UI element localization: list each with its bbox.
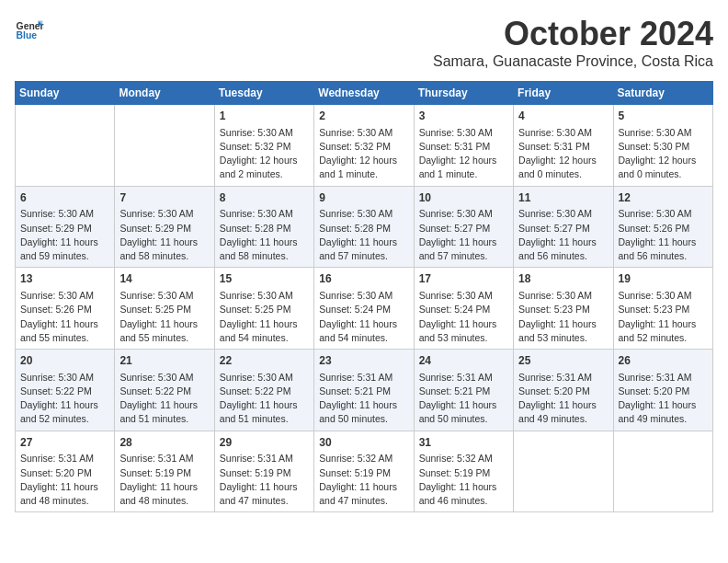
calendar-cell: 17Sunrise: 5:30 AM Sunset: 5:24 PM Dayli… [414,268,513,350]
day-number: 20 [20,353,109,369]
calendar-cell: 5Sunrise: 5:30 AM Sunset: 5:30 PM Daylig… [613,105,712,187]
calendar-header-row: Sunday Monday Tuesday Wednesday Thursday… [16,82,713,105]
day-info: Sunrise: 5:31 AM Sunset: 5:20 PM Dayligh… [20,452,109,508]
calendar-cell: 22Sunrise: 5:30 AM Sunset: 5:22 PM Dayli… [214,350,313,431]
day-number: 29 [220,435,309,451]
calendar-cell: 4Sunrise: 5:30 AM Sunset: 5:31 PM Daylig… [514,105,613,187]
day-info: Sunrise: 5:31 AM Sunset: 5:20 PM Dayligh… [619,371,708,427]
calendar-table: Sunday Monday Tuesday Wednesday Thursday… [15,81,713,512]
day-number: 10 [419,190,508,206]
calendar-cell: 2Sunrise: 5:30 AM Sunset: 5:32 PM Daylig… [314,105,414,187]
calendar-cell: 18Sunrise: 5:30 AM Sunset: 5:23 PM Dayli… [514,268,613,350]
day-number: 11 [518,190,608,206]
day-number: 15 [220,271,309,287]
day-info: Sunrise: 5:30 AM Sunset: 5:28 PM Dayligh… [319,207,408,263]
calendar-cell: 9Sunrise: 5:30 AM Sunset: 5:28 PM Daylig… [314,186,414,268]
day-number: 21 [119,353,209,369]
day-number: 9 [319,190,408,206]
day-info: Sunrise: 5:31 AM Sunset: 5:19 PM Dayligh… [119,452,209,508]
day-number: 25 [518,353,608,369]
header-friday: Friday [514,82,613,105]
month-title: October 2024 [433,15,713,53]
header-wednesday: Wednesday [314,82,414,105]
day-number: 19 [619,271,708,287]
day-info: Sunrise: 5:30 AM Sunset: 5:31 PM Dayligh… [419,126,508,182]
logo: General Blue [15,15,44,44]
calendar-cell: 26Sunrise: 5:31 AM Sunset: 5:20 PM Dayli… [613,350,712,431]
day-info: Sunrise: 5:30 AM Sunset: 5:26 PM Dayligh… [619,207,708,263]
calendar-cell: 29Sunrise: 5:31 AM Sunset: 5:19 PM Dayli… [214,431,313,512]
calendar-cell: 14Sunrise: 5:30 AM Sunset: 5:25 PM Dayli… [115,268,214,350]
calendar-cell [16,105,115,187]
calendar-cell [115,105,214,187]
day-info: Sunrise: 5:30 AM Sunset: 5:29 PM Dayligh… [20,207,109,263]
day-info: Sunrise: 5:30 AM Sunset: 5:27 PM Dayligh… [518,207,608,263]
calendar-cell: 10Sunrise: 5:30 AM Sunset: 5:27 PM Dayli… [414,186,513,268]
day-info: Sunrise: 5:30 AM Sunset: 5:31 PM Dayligh… [518,126,608,182]
calendar-week-row: 6Sunrise: 5:30 AM Sunset: 5:29 PM Daylig… [16,186,713,268]
day-info: Sunrise: 5:30 AM Sunset: 5:24 PM Dayligh… [419,289,508,345]
calendar-cell [514,431,613,512]
calendar-cell: 1Sunrise: 5:30 AM Sunset: 5:32 PM Daylig… [214,105,313,187]
header-thursday: Thursday [414,82,513,105]
day-number: 12 [619,190,708,206]
header-monday: Monday [115,82,214,105]
calendar-cell: 15Sunrise: 5:30 AM Sunset: 5:25 PM Dayli… [214,268,313,350]
day-number: 26 [619,353,708,369]
day-info: Sunrise: 5:31 AM Sunset: 5:20 PM Dayligh… [518,371,608,427]
page-header: General Blue October 2024 Samara, Guanac… [15,15,713,70]
day-info: Sunrise: 5:30 AM Sunset: 5:28 PM Dayligh… [220,207,309,263]
day-number: 30 [319,435,408,451]
day-info: Sunrise: 5:30 AM Sunset: 5:23 PM Dayligh… [518,289,608,345]
day-number: 28 [119,435,209,451]
calendar-week-row: 27Sunrise: 5:31 AM Sunset: 5:20 PM Dayli… [16,431,713,512]
day-number: 3 [419,109,508,124]
calendar-cell: 6Sunrise: 5:30 AM Sunset: 5:29 PM Daylig… [16,186,115,268]
day-info: Sunrise: 5:30 AM Sunset: 5:25 PM Dayligh… [119,289,209,345]
title-block: October 2024 Samara, Guanacaste Province… [433,15,713,70]
header-sunday: Sunday [16,82,115,105]
day-info: Sunrise: 5:32 AM Sunset: 5:19 PM Dayligh… [419,452,508,508]
day-info: Sunrise: 5:30 AM Sunset: 5:23 PM Dayligh… [619,289,708,345]
day-number: 2 [319,109,408,124]
header-saturday: Saturday [613,82,712,105]
day-number: 16 [319,271,408,287]
day-info: Sunrise: 5:30 AM Sunset: 5:29 PM Dayligh… [119,207,209,263]
location-title: Samara, Guanacaste Province, Costa Rica [433,53,713,70]
calendar-cell: 31Sunrise: 5:32 AM Sunset: 5:19 PM Dayli… [414,431,513,512]
calendar-cell: 24Sunrise: 5:31 AM Sunset: 5:21 PM Dayli… [414,350,513,431]
calendar-cell: 21Sunrise: 5:30 AM Sunset: 5:22 PM Dayli… [115,350,214,431]
day-number: 24 [419,353,508,369]
day-number: 27 [20,435,109,451]
calendar-cell: 30Sunrise: 5:32 AM Sunset: 5:19 PM Dayli… [314,431,414,512]
calendar-cell: 23Sunrise: 5:31 AM Sunset: 5:21 PM Dayli… [314,350,414,431]
day-info: Sunrise: 5:30 AM Sunset: 5:22 PM Dayligh… [119,371,209,427]
calendar-cell [613,431,712,512]
day-info: Sunrise: 5:30 AM Sunset: 5:32 PM Dayligh… [220,126,309,182]
calendar-cell: 28Sunrise: 5:31 AM Sunset: 5:19 PM Dayli… [115,431,214,512]
calendar-cell: 7Sunrise: 5:30 AM Sunset: 5:29 PM Daylig… [115,186,214,268]
day-number: 4 [518,109,608,124]
day-number: 23 [319,353,408,369]
day-info: Sunrise: 5:30 AM Sunset: 5:30 PM Dayligh… [619,126,708,182]
day-info: Sunrise: 5:32 AM Sunset: 5:19 PM Dayligh… [319,452,408,508]
calendar-cell: 11Sunrise: 5:30 AM Sunset: 5:27 PM Dayli… [514,186,613,268]
day-number: 13 [20,271,109,287]
day-number: 5 [619,109,708,124]
calendar-cell: 25Sunrise: 5:31 AM Sunset: 5:20 PM Dayli… [514,350,613,431]
day-info: Sunrise: 5:30 AM Sunset: 5:26 PM Dayligh… [20,289,109,345]
calendar-cell: 13Sunrise: 5:30 AM Sunset: 5:26 PM Dayli… [16,268,115,350]
calendar-cell: 8Sunrise: 5:30 AM Sunset: 5:28 PM Daylig… [214,186,313,268]
day-info: Sunrise: 5:31 AM Sunset: 5:19 PM Dayligh… [220,452,309,508]
day-number: 17 [419,271,508,287]
svg-text:Blue: Blue [17,30,38,40]
day-number: 1 [220,109,309,124]
calendar-cell: 12Sunrise: 5:30 AM Sunset: 5:26 PM Dayli… [613,186,712,268]
day-number: 7 [119,190,209,206]
day-info: Sunrise: 5:30 AM Sunset: 5:27 PM Dayligh… [419,207,508,263]
calendar-cell: 27Sunrise: 5:31 AM Sunset: 5:20 PM Dayli… [16,431,115,512]
day-info: Sunrise: 5:30 AM Sunset: 5:32 PM Dayligh… [319,126,408,182]
day-info: Sunrise: 5:31 AM Sunset: 5:21 PM Dayligh… [419,371,508,427]
day-info: Sunrise: 5:30 AM Sunset: 5:25 PM Dayligh… [220,289,309,345]
calendar-cell: 20Sunrise: 5:30 AM Sunset: 5:22 PM Dayli… [16,350,115,431]
